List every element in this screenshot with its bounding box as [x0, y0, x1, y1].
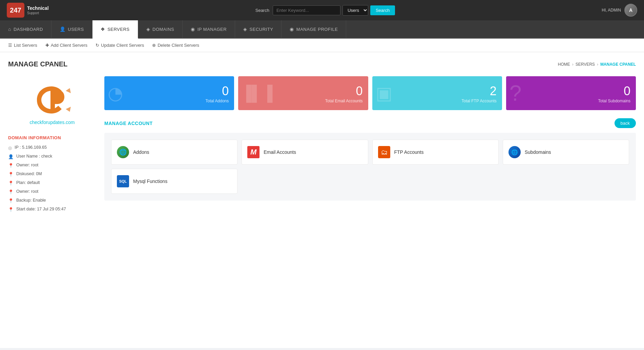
main-layout: checkforupdates.com DOMAIN INFORMATION ◎… — [8, 76, 636, 215]
cpanel-logo — [32, 83, 72, 117]
account-card-addons[interactable]: 🌐 Addons — [111, 140, 237, 165]
logo-area: 247 Technical Support — [7, 3, 49, 18]
domains-icon: ◈ — [146, 26, 150, 32]
email-bg-icon: ▐▌▐ — [241, 85, 273, 102]
nav-item-security[interactable]: ◈ SECURITY — [235, 20, 282, 38]
ftp-bg-icon: ▣ — [376, 83, 392, 103]
addons-card-label: Addons — [133, 149, 149, 155]
sub-nav-delete-client-servers[interactable]: ⊗ Delete Client Servers — [152, 43, 199, 48]
stat-card-ftp: ▣ 2 Total FTP Accounts — [372, 76, 502, 110]
account-card-email-accounts[interactable]: M Email Accounts — [242, 140, 368, 165]
page-header: MANAGE CPANEL HOME › SERVERS › MANAGE CP… — [8, 60, 636, 68]
email-count: 0 — [356, 85, 362, 97]
mysql-card-label: Mysql Functions — [133, 179, 167, 184]
startdate-icon: 📍 — [8, 207, 14, 212]
stat-cards: ◔ 0 Total Addons ▐▌▐ 0 Total Email Accou… — [104, 76, 636, 110]
subdomains-card-label: Subdomains — [525, 149, 551, 155]
users-icon: 👤 — [60, 26, 66, 32]
sub-nav-add-client-servers[interactable]: ✚ Add Client Servers — [45, 43, 87, 48]
account-card-subdomains[interactable]: 🌐 Subdomains — [503, 140, 629, 165]
ftp-count: 2 — [490, 85, 497, 97]
manage-profile-icon: ◉ — [290, 26, 294, 32]
domain-info-plan: 📍 Plan: default — [8, 180, 96, 186]
content-wrapper: ☰ List Servers ✚ Add Client Servers ↻ Up… — [0, 39, 644, 348]
email-accounts-card-label: Email Accounts — [264, 149, 296, 155]
nav-label-users: USERS — [68, 27, 84, 32]
domain-info-ip: ◎ IP : 5.196.169.65 — [8, 145, 96, 150]
list-servers-icon: ☰ — [8, 43, 12, 48]
nav-label-manage-profile: MANAGE PROFILE — [296, 27, 338, 32]
email-label: Total Email Accounts — [325, 99, 363, 103]
ftp-card-label: FTP Accounts — [394, 149, 424, 155]
sub-nav-list-servers[interactable]: ☰ List Servers — [8, 43, 37, 48]
logo-brand-text: Technical Support — [27, 5, 49, 15]
ip-icon: ◎ — [8, 145, 12, 150]
search-button[interactable]: Search — [370, 5, 395, 15]
stat-card-addons: ◔ 0 Total Addons — [104, 76, 234, 110]
nav-label-domains: DOMAINS — [152, 27, 174, 32]
nav-item-dashboard[interactable]: ⌂ DASHBOARD — [0, 20, 51, 38]
cpanel-logo-area: checkforupdates.com — [8, 76, 96, 128]
diskused-icon: 📍 — [8, 172, 14, 177]
search-area: Search Users Search — [255, 5, 395, 16]
manage-account-title: MANAGE ACCOUNT — [104, 121, 153, 126]
nav-label-servers: SERVERS — [107, 27, 129, 32]
account-card-ftp[interactable]: 🗂 FTP Accounts — [372, 140, 499, 165]
security-icon: ◈ — [243, 26, 247, 32]
dashboard-icon: ⌂ — [8, 26, 11, 32]
domain-info-title: DOMAIN INFORMATION — [8, 135, 96, 140]
cpanel-domain: checkforupdates.com — [29, 120, 75, 125]
email-accounts-icon: M — [247, 146, 259, 158]
breadcrumb-servers: SERVERS — [576, 62, 595, 67]
addons-icon: 🌐 — [117, 146, 129, 158]
topbar: 247 Technical Support Search Users Searc… — [0, 0, 644, 20]
domain-info-username: 👤 User Name : check — [8, 154, 96, 159]
nav-label-security: SECURITY — [250, 27, 273, 32]
owner2-icon: 📍 — [8, 189, 14, 194]
nav-item-servers[interactable]: ❖ SERVERS — [92, 20, 138, 39]
domain-info-owner: 📍 Owner: root — [8, 163, 96, 168]
subdomains-count: 0 — [624, 85, 630, 97]
search-select[interactable]: Users — [342, 5, 368, 16]
nav-item-ip-manager[interactable]: ◉ IP MANAGER — [183, 20, 235, 38]
page-content: MANAGE CPANEL HOME › SERVERS › MANAGE CP… — [0, 52, 644, 224]
nav-item-domains[interactable]: ◈ DOMAINS — [138, 20, 183, 38]
domain-info-owner2: 📍 Owner: root — [8, 189, 96, 194]
subdomains-label: Total Subdomains — [598, 99, 630, 103]
domain-info-diskused: 📍 Diskused: 0M — [8, 171, 96, 177]
search-input[interactable] — [273, 5, 340, 15]
subdomains-icon: 🌐 — [508, 146, 521, 158]
servers-icon: ❖ — [101, 26, 105, 32]
nav-label-dashboard: DASHBOARD — [14, 27, 43, 32]
manage-account-header: MANAGE ACCOUNT back — [104, 118, 636, 128]
stat-card-email-accounts: ▐▌▐ 0 Total Email Accounts — [238, 76, 368, 110]
addons-bg-icon: ◔ — [108, 83, 123, 103]
username-icon: 👤 — [8, 154, 14, 159]
main-nav: ⌂ DASHBOARD 👤 USERS ❖ SERVERS ◈ DOMAINS … — [0, 20, 644, 39]
user-greeting: HI, ADMIN — [602, 8, 621, 13]
addons-count: 0 — [222, 85, 229, 97]
breadcrumb-manage-cpanel: MANAGE CPANEL — [600, 62, 636, 67]
account-grid: 🌐 Addons M Email Accounts 🗂 FTP Accounts… — [104, 133, 636, 201]
plan-icon: 📍 — [8, 181, 14, 186]
delete-client-servers-icon: ⊗ — [152, 43, 156, 48]
nav-item-users[interactable]: 👤 USERS — [51, 20, 92, 38]
back-button[interactable]: back — [615, 118, 636, 128]
right-panel: ◔ 0 Total Addons ▐▌▐ 0 Total Email Accou… — [104, 76, 636, 215]
addons-label: Total Addons — [206, 99, 229, 103]
nav-label-ip-manager: IP MANAGER — [198, 27, 227, 32]
account-card-mysql[interactable]: SQL Mysql Functions — [111, 169, 237, 194]
logo-247: 247 — [10, 7, 21, 14]
stat-card-subdomains: ? 0 Total Subdomains — [506, 76, 636, 110]
domain-info-startdate: 📍 Start date: 17 Jul 29 05:47 — [8, 207, 96, 212]
breadcrumb: HOME › SERVERS › MANAGE CPANEL — [558, 62, 636, 67]
mysql-icon: SQL — [117, 175, 129, 187]
left-panel: checkforupdates.com DOMAIN INFORMATION ◎… — [8, 76, 96, 215]
avatar: A — [624, 4, 637, 17]
subdomains-bg-icon: ? — [510, 81, 522, 106]
owner-icon: 📍 — [8, 163, 14, 168]
domain-info: DOMAIN INFORMATION ◎ IP : 5.196.169.65 👤… — [8, 135, 96, 212]
nav-item-manage-profile[interactable]: ◉ MANAGE PROFILE — [282, 20, 346, 38]
sub-nav-update-client-servers[interactable]: ↻ Update Client Servers — [96, 43, 144, 48]
backup-icon: 📍 — [8, 198, 14, 203]
